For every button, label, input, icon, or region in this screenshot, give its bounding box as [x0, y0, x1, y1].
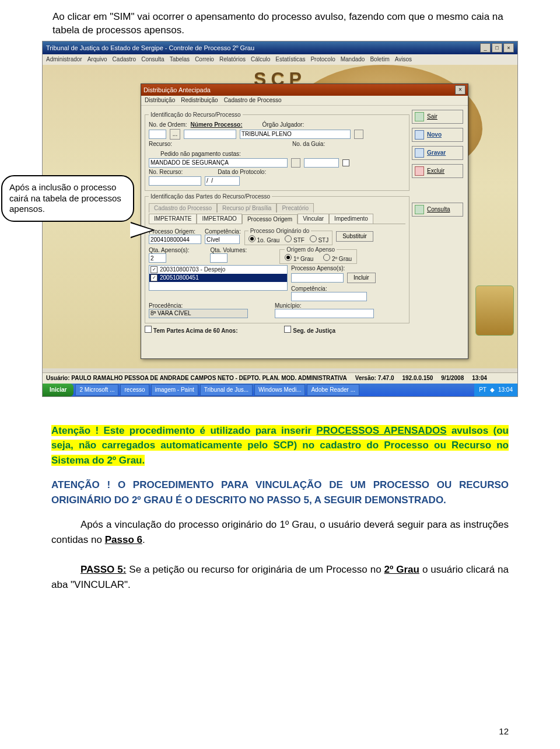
chevron-down-icon[interactable] [291, 158, 300, 168]
tray-icon: ◆ [490, 386, 495, 393]
chevron-down-icon[interactable] [354, 130, 363, 139]
titlebar: Tribunal de Justiça do Estado de Sergipe… [43, 41, 517, 54]
system-tray[interactable]: PT ◆ 13:04 [474, 384, 517, 396]
ordem-helper-button[interactable]: ... [170, 129, 180, 140]
group-id-recurso: Identificação do Recurso/Processo No. de… [145, 112, 410, 191]
page-number: 12 [499, 726, 509, 736]
tabs-bottom[interactable]: IMPETRANTE IMPETRADO Processo Origem Vin… [149, 214, 405, 224]
window-title: Tribunal de Justiça do Estado de Sergipe… [46, 44, 254, 51]
competencia-input[interactable] [205, 235, 240, 244]
modal-menu[interactable]: DistribuiçãoRedistribuiçãoCadastro de Pr… [141, 96, 468, 106]
taskbar-item[interactable]: 2 Microsoft ... [75, 384, 118, 396]
processo-origem-input[interactable] [149, 235, 201, 244]
callout-bubble: Após a inclusão o processo cairá na tabe… [1, 175, 134, 222]
noguia-input[interactable] [304, 158, 339, 168]
taskbar[interactable]: Iniciar 2 Microsoft ... recesso imagem -… [43, 384, 517, 396]
substituir-button[interactable]: Substituir [336, 231, 373, 242]
start-button[interactable]: Iniciar [43, 384, 74, 396]
modal-titlebar: Distribuição Antecipada × [141, 84, 468, 96]
procedencia-select[interactable] [149, 309, 248, 318]
taskbar-item[interactable]: Adobe Reader ... [307, 384, 359, 396]
chk-60anos[interactable] [145, 326, 152, 333]
taskbar-item[interactable]: imagem - Paint [151, 384, 198, 396]
list-checkbox[interactable]: ✓ [150, 274, 158, 281]
pedido-checkbox[interactable] [342, 159, 349, 166]
close-icon[interactable]: × [503, 43, 514, 53]
ordem-input[interactable] [149, 130, 166, 139]
radio-1grau[interactable] [249, 235, 256, 242]
tab-processo-origem: Processo Origem [242, 214, 298, 224]
chk-seg-justica[interactable] [284, 326, 291, 333]
taskbar-item[interactable]: recesso [120, 384, 149, 396]
data-protocolo-input[interactable] [205, 176, 240, 186]
numero-processo-input[interactable] [184, 130, 236, 139]
processo-apenso-input[interactable] [291, 273, 344, 283]
screenshot: Após a inclusão o processo cairá na tabe… [42, 41, 518, 397]
taskbar-item[interactable]: Tribunal de Jus... [200, 384, 253, 396]
shield-icon [475, 285, 514, 336]
qta-apenso-input[interactable] [149, 253, 166, 263]
intro-text: Ao clicar em "SIM" vai ocorrer o apensam… [0, 0, 560, 41]
modal-title: Distribuição Antecipada [144, 86, 211, 93]
apensos-listbox[interactable]: ✓200310800703 - Despejo ✓200510800451 [149, 265, 288, 291]
list-checkbox[interactable]: ✓ [150, 266, 158, 273]
group-partes: Identificação das Partes do Recurso/Proc… [145, 193, 410, 323]
body-text: Atenção ! Este procedimento é utilizado … [0, 397, 560, 593]
taskbar-item[interactable]: Windows Medi... [254, 384, 305, 396]
tabs-top[interactable]: Cadastro do Processo Recurso p/ Brasília… [149, 203, 405, 212]
minimize-icon[interactable]: _ [480, 43, 491, 53]
orgao-select[interactable] [240, 130, 351, 139]
radio-stf[interactable] [285, 235, 292, 242]
menu-bar[interactable]: AdministradorArquivoCadastroConsultaTabe… [43, 54, 517, 65]
modal-close-icon[interactable]: × [455, 85, 466, 95]
norecurso-input[interactable] [149, 176, 201, 186]
maximize-icon[interactable]: □ [492, 43, 502, 53]
qta-volumes-input[interactable] [210, 253, 228, 263]
municipio-select[interactable] [275, 309, 374, 318]
radio-stj[interactable] [310, 235, 317, 242]
radio-apenso-1grau[interactable] [285, 254, 292, 261]
incluir-button[interactable]: Incluir [347, 273, 376, 283]
radio-apenso-2grau[interactable] [323, 254, 330, 261]
modal-distribuicao: Distribuição Antecipada × DistribuiçãoRe… [141, 83, 468, 359]
competencia2-input[interactable] [291, 292, 367, 301]
recurso-select[interactable] [149, 158, 288, 168]
status-bar: Usuário: PAULO RAMALHO PESSOA DE ANDRADE… [43, 372, 517, 384]
